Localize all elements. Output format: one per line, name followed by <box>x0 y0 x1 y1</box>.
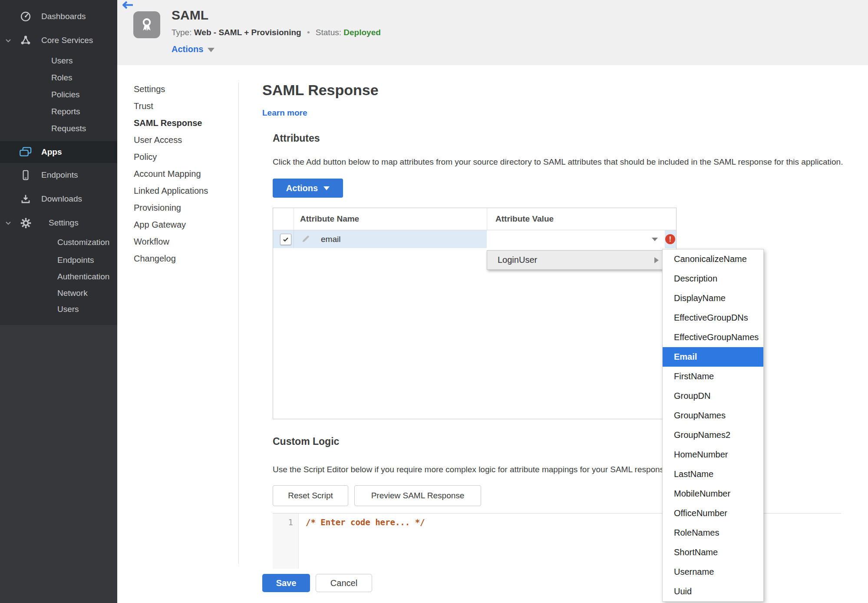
sidebar-item-reports[interactable]: Reports <box>0 103 117 120</box>
gauge-icon <box>19 10 32 23</box>
sidebar-item-apps-active[interactable]: Apps <box>0 141 117 163</box>
chevron-down-icon <box>5 37 12 46</box>
sidebar-item-label: Downloads <box>41 190 82 208</box>
sidebar: Dashboards Core Services Users Roles Pol… <box>0 0 117 603</box>
page-title: SAML Response <box>262 82 379 99</box>
editor-code: /* Enter code here... */ <box>306 517 425 527</box>
app-meta: Type: Web - SAML + Provisioning • Status… <box>172 28 381 37</box>
menu-item-shortname[interactable]: ShortName <box>663 543 763 562</box>
back-arrow-icon[interactable] <box>122 1 134 11</box>
cancel-button[interactable]: Cancel <box>316 574 372 592</box>
separator-dot: • <box>307 28 310 37</box>
chevron-down-icon <box>5 219 12 228</box>
chevron-down-icon <box>652 238 658 241</box>
nav-content-divider <box>238 83 239 564</box>
sidebar-item-authentication[interactable]: Authentication <box>0 268 117 285</box>
device-icon <box>19 169 32 182</box>
row-checkbox[interactable] <box>280 234 291 245</box>
sidebar-item-customization[interactable]: Customization <box>0 234 117 251</box>
header-actions-label: Actions <box>172 44 203 54</box>
submenu-arrow-icon <box>654 257 659 263</box>
preview-saml-response-button[interactable]: Preview SAML Response <box>354 485 481 506</box>
menu-item-lastname[interactable]: LastName <box>663 464 763 484</box>
menu-item-homenumber[interactable]: HomeNumber <box>663 445 763 464</box>
app-header: SAML Type: Web - SAML + Provisioning • S… <box>117 0 868 65</box>
tab-workflow[interactable]: Workflow <box>134 233 234 250</box>
attribute-value-dropdown[interactable] <box>487 230 665 248</box>
sidebar-item-endpoints-settings[interactable]: Endpoints <box>0 252 117 269</box>
menu-item-uuid[interactable]: Uuid <box>663 582 763 601</box>
sidebar-item-label: Users <box>57 301 79 318</box>
sidebar-nav: Dashboards Core Services Users Roles Pol… <box>0 0 117 325</box>
menu-item-description[interactable]: Description <box>663 269 763 288</box>
table-row[interactable]: email ! <box>273 230 676 248</box>
table-header: Attribute Name Attribute Value <box>273 208 676 230</box>
tab-saml-response[interactable]: SAML Response <box>134 115 234 132</box>
editor-gutter: 1 <box>273 514 299 569</box>
actions-button-label: Actions <box>286 183 318 193</box>
tab-trust[interactable]: Trust <box>134 98 234 115</box>
sidebar-item-network[interactable]: Network <box>0 285 117 302</box>
menu-item-effectivegroupnames[interactable]: EffectiveGroupNames <box>663 328 763 347</box>
sidebar-item-requests[interactable]: Requests <box>0 120 117 137</box>
menu-item-effectivegroupdns[interactable]: EffectiveGroupDNs <box>663 308 763 328</box>
tab-app-gateway[interactable]: App Gateway <box>134 216 234 233</box>
app-title: SAML <box>172 8 208 23</box>
header-actions-menu[interactable]: Actions <box>172 44 215 54</box>
attributes-actions-button[interactable]: Actions <box>273 179 343 198</box>
app-window: Dashboards Core Services Users Roles Pol… <box>0 0 868 603</box>
sidebar-item-users[interactable]: Users <box>0 52 117 70</box>
tab-policy[interactable]: Policy <box>134 149 234 166</box>
attribute-name-cell: email <box>321 230 340 248</box>
sidebar-item-label: Dashboards <box>41 8 86 25</box>
menu-item-groupdn[interactable]: GroupDN <box>663 386 763 406</box>
type-value: Web - SAML + Provisioning <box>194 28 301 37</box>
column-divider <box>294 230 294 248</box>
learn-more-link[interactable]: Learn more <box>262 108 307 118</box>
sidebar-item-settings[interactable]: Settings <box>0 214 117 232</box>
menu-item-mobilenumber[interactable]: MobileNumber <box>663 484 763 504</box>
sidebar-item-label: Apps <box>41 142 62 162</box>
menu-item-username[interactable]: Username <box>663 562 763 582</box>
menu-item-groupnames[interactable]: GroupNames <box>663 406 763 425</box>
sidebar-item-endpoints[interactable]: Endpoints <box>0 166 117 184</box>
apps-icon <box>19 146 32 159</box>
sidebar-item-core-services[interactable]: Core Services <box>0 32 117 49</box>
sidebar-item-label: Requests <box>51 120 86 137</box>
edit-pencil-icon[interactable] <box>301 234 310 245</box>
line-number: 1 <box>273 514 298 527</box>
sidebar-item-label: Users <box>51 52 73 70</box>
menu-item-firstname[interactable]: FirstName <box>663 367 763 386</box>
download-icon <box>19 192 32 205</box>
column-divider <box>487 208 487 230</box>
chevron-down-icon <box>208 48 215 52</box>
sidebar-item-downloads[interactable]: Downloads <box>0 190 117 208</box>
tab-provisioning[interactable]: Provisioning <box>134 199 234 216</box>
save-button[interactable]: Save <box>262 574 310 592</box>
gear-icon <box>19 216 32 229</box>
sidebar-item-label: Endpoints <box>57 252 94 269</box>
tab-changelog[interactable]: Changelog <box>134 250 234 267</box>
menu-item-groupnames2[interactable]: GroupNames2 <box>663 425 763 445</box>
dropdown-parent-item-loginuser[interactable]: LoginUser <box>487 250 664 270</box>
custom-logic-heading: Custom Logic <box>273 436 339 447</box>
menu-item-canonicalizename[interactable]: CanonicalizeName <box>663 249 763 269</box>
tab-linked-applications[interactable]: Linked Applications <box>134 182 234 199</box>
sidebar-item-label: Roles <box>51 69 73 86</box>
sidebar-item-dashboards[interactable]: Dashboards <box>0 8 117 25</box>
menu-item-displayname[interactable]: DisplayName <box>663 288 763 308</box>
sidebar-item-roles[interactable]: Roles <box>0 69 117 86</box>
attributes-heading: Attributes <box>273 133 320 144</box>
reset-script-button[interactable]: Reset Script <box>273 485 348 506</box>
sidebar-item-label: Policies <box>51 86 79 103</box>
tab-account-mapping[interactable]: Account Mapping <box>134 166 234 182</box>
dropdown-parent-label: LoginUser <box>498 251 537 269</box>
app-section-nav: Settings Trust SAML Response User Access… <box>134 81 234 267</box>
tab-settings[interactable]: Settings <box>134 81 234 98</box>
menu-item-officenumber[interactable]: OfficeNumber <box>663 504 763 523</box>
menu-item-email-selected[interactable]: Email <box>663 347 763 367</box>
tab-user-access[interactable]: User Access <box>134 132 234 149</box>
menu-item-rolenames[interactable]: RoleNames <box>663 523 763 543</box>
sidebar-item-policies[interactable]: Policies <box>0 86 117 103</box>
sidebar-item-users-settings[interactable]: Users <box>0 301 117 318</box>
